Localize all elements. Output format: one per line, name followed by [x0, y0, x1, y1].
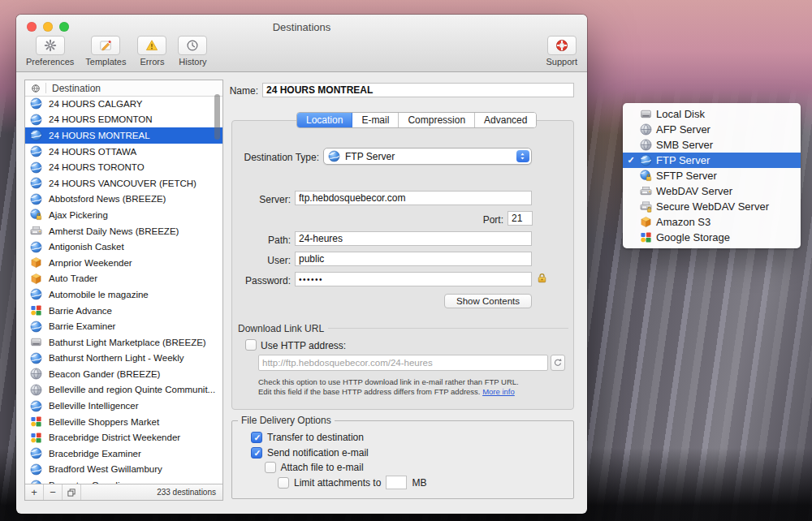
google-storage-icon [30, 304, 42, 316]
destination-list-item[interactable]: 24 HOURS VANCOUVER (FETCH) [25, 175, 222, 192]
destination-list-item[interactable]: Barrie Examiner [25, 318, 222, 334]
menu-item-amazon-s3[interactable]: Amazon S3 [623, 214, 801, 230]
user-input[interactable] [295, 252, 532, 266]
delivery-option-label: Transfer to destination [267, 432, 364, 443]
destination-name: 24 HOURS EDMONTON [49, 114, 153, 124]
globe-afp-icon [30, 384, 42, 396]
tab-compression[interactable]: Compression [399, 113, 475, 127]
destination-list-item[interactable]: Bracebridge District Weekender [25, 429, 222, 446]
destination-list-item[interactable]: Belleville and region Quinte Communit... [25, 382, 222, 398]
toolbar-button-errors[interactable]: Errors [137, 36, 166, 67]
globe-ftp-icon [30, 129, 42, 141]
sidebar-column-header[interactable]: Destination [25, 80, 222, 97]
toolbar-button-preferences[interactable]: Preferences [26, 36, 74, 67]
desktop: Destinations Preferences Templates [0, 0, 812, 521]
destination-name: Auto Trader [49, 273, 97, 283]
use-http-address-checkbox[interactable] [245, 339, 257, 351]
google-storage-icon [30, 416, 42, 428]
http-address-input[interactable] [258, 355, 548, 371]
destination-name: Amherst Daily News (BREEZE) [49, 226, 179, 236]
webdav-icon [640, 185, 652, 197]
globe-ftp-icon [30, 321, 42, 333]
destination-name: 24 HOURS CALGARY [49, 99, 142, 109]
menu-item-secure-webdav-server[interactable]: Secure WebDAV Server [623, 199, 801, 214]
destination-list-item[interactable]: Amherst Daily News (BREEZE) [25, 223, 222, 239]
destination-list-item[interactable]: Belleville Intelligencer [25, 398, 222, 414]
menu-item-webdav-server[interactable]: WebDAV Server [623, 183, 801, 199]
remove-destination-button[interactable]: − [44, 484, 63, 500]
globe-ftp-icon [30, 400, 42, 412]
delivery-option-row: Attach file to e-mail [265, 462, 574, 473]
destination-list-item[interactable]: Barrie Advance [25, 303, 222, 319]
destination-list-item[interactable]: 24 HOURS CALGARY [25, 96, 222, 112]
destination-list-item[interactable]: Automobile le magazine [25, 286, 222, 303]
destination-name: Bracebridge District Weekender [49, 433, 180, 442]
lock-icon [536, 272, 548, 284]
path-input[interactable] [295, 231, 532, 246]
section-divider [328, 328, 568, 329]
tab-label: Location [306, 114, 343, 126]
more-info-link[interactable]: More info [482, 387, 515, 396]
delivery-option-checkbox[interactable] [251, 447, 262, 459]
port-input[interactable] [508, 211, 533, 226]
destination-list-item[interactable]: Auto Trader [25, 271, 222, 287]
window-title: Destinations [16, 21, 587, 33]
tab-label: E-mail [361, 114, 389, 126]
password-input[interactable] [295, 272, 532, 286]
toolbar-button-label: Support [546, 57, 577, 67]
show-contents-button[interactable]: Show Contents [444, 294, 532, 308]
tab-advanced[interactable]: Advanced [475, 113, 536, 127]
destination-list-item[interactable]: Ajax Pickering [25, 207, 222, 223]
destination-list-item[interactable]: 24 HOURS TORONTO [25, 159, 222, 175]
destination-name: Automobile le magazine [49, 290, 149, 299]
password-label: Password: [222, 275, 291, 286]
destination-list-item[interactable]: Bathurst Light Marketplace (BREEZE) [25, 334, 222, 351]
destination-list-item[interactable]: 24 HOURS OTTAWA [25, 144, 222, 160]
globe-smb-icon [640, 139, 652, 151]
sidebar-scrollbar-thumb[interactable] [214, 94, 220, 140]
add-destination-button[interactable]: + [25, 484, 44, 500]
destination-list-item[interactable]: Arnprior Weekender [25, 255, 222, 271]
download-link-help-line2: Edit this field if the base HTTP address… [258, 387, 515, 396]
menu-item-afp-server[interactable]: AFP Server [623, 122, 801, 137]
delivery-option-checkbox[interactable] [265, 462, 276, 473]
destination-type-popup[interactable]: FTP Server [323, 148, 532, 165]
delivery-option-checkbox[interactable] [251, 432, 262, 443]
menu-item-local-disk[interactable]: Local Disk [623, 106, 801, 122]
server-label: Server: [226, 194, 291, 205]
duplicate-destination-button[interactable] [63, 484, 81, 500]
destination-list-item[interactable]: Bathurst Northern Light - Weekly [25, 351, 222, 367]
destination-list-item[interactable]: Bradford West Gwillambury [25, 462, 222, 478]
header-separator [45, 83, 46, 93]
limit-value-input[interactable] [386, 476, 407, 489]
toolbar-button-history[interactable]: History [178, 36, 207, 67]
tab-location[interactable]: Location [297, 113, 352, 127]
tab-bar: Location E-mail Compression Advanced [296, 112, 537, 128]
delivery-option-row: Limit attachments to MB [278, 477, 573, 489]
menu-item-ftp-server[interactable]: FTP Server [623, 153, 801, 168]
destination-list-item[interactable]: Bracebridge Examiner [25, 446, 222, 462]
server-input[interactable] [295, 191, 532, 205]
popup-stepper [516, 150, 529, 162]
tab-email[interactable]: E-mail [352, 113, 399, 127]
destination-list-item[interactable]: Abbotsford News (BREEZE) [25, 192, 222, 208]
destination-list-item[interactable]: Belleville Shoppers Market [25, 414, 222, 430]
menu-item-google-storage[interactable]: Google Storage [623, 230, 801, 245]
file-delivery-options-title: File Delivery Options [238, 415, 335, 426]
menu-item-smb-server[interactable]: SMB Server [623, 137, 801, 153]
local-disk-icon [30, 336, 42, 348]
menu-item-label: SFTP Server [656, 170, 717, 182]
menu-item-sftp-server[interactable]: SFTP Server [623, 168, 801, 183]
menu-item-label: Amazon S3 [656, 216, 710, 228]
destination-name: Beacon Gander (BREEZE) [49, 369, 160, 379]
destination-list-item[interactable]: 24 HOURS MONTREAL [25, 127, 222, 144]
name-input[interactable] [262, 83, 574, 97]
toolbar-button-support[interactable]: Support [546, 36, 577, 67]
destination-list-item[interactable]: Beacon Gander (BREEZE) [25, 366, 222, 382]
refresh-url-button[interactable] [551, 355, 565, 371]
delivery-option-checkbox[interactable] [278, 477, 289, 489]
destination-list-item[interactable]: 24 HOURS EDMONTON [25, 112, 222, 128]
destinations-sidebar: Destination 24 HOURS CALGARY 24 HOURS ED… [24, 80, 223, 501]
toolbar-button-templates[interactable]: Templates [85, 36, 126, 67]
destination-list-item[interactable]: Antigonish Casket [25, 239, 222, 255]
